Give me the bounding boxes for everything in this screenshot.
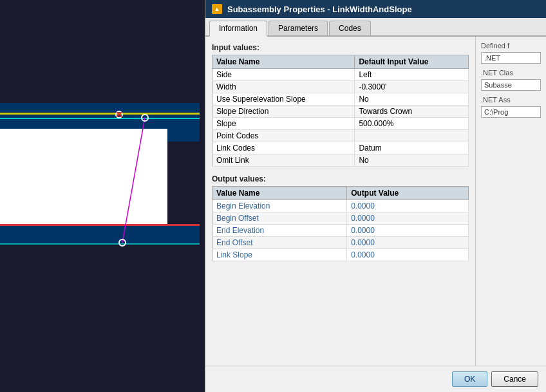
input-values-section: Input values: Value Name Default Input V… — [212, 43, 469, 167]
tab-codes[interactable]: Codes — [329, 21, 371, 35]
input-row-name: Side — [212, 69, 355, 81]
table-row: End Elevation0.0000 — [212, 225, 469, 237]
dialog-title: Subassembly Properties - LinkWidthAndSlo… — [227, 5, 412, 14]
svg-point-3 — [119, 161, 126, 167]
net-class-value: Subasse — [481, 79, 541, 91]
canvas-area — [0, 0, 205, 392]
output-row-name: Begin Elevation — [212, 200, 347, 212]
output-values-table: Value Name Output Value Begin Elevation0… — [212, 186, 469, 261]
input-row-value: No — [355, 93, 469, 106]
output-row-value: 0.0000 — [347, 200, 469, 212]
output-row-name: End Offset — [212, 237, 347, 249]
output-col-value: Output Value — [347, 187, 469, 200]
input-row-value — [355, 130, 469, 142]
input-col-value: Default Input Value — [355, 55, 469, 69]
ok-button[interactable]: OK — [452, 371, 487, 387]
tab-parameters[interactable]: Parameters — [268, 21, 328, 35]
table-row: Begin Elevation0.0000 — [212, 200, 469, 212]
app-icon: ▲ — [212, 4, 222, 14]
input-row-value: Datum — [355, 142, 469, 154]
input-row-value: 500.000% — [355, 118, 469, 130]
button-bar: OK Cance — [205, 366, 546, 392]
net-class-label: .NET Clas — [481, 69, 541, 77]
svg-line-0 — [122, 118, 145, 243]
input-row-name: Point Codes — [212, 130, 355, 142]
dialog: ▲ Subassembly Properties - LinkWidthAndS… — [205, 0, 546, 392]
table-row: Use Superelevation SlopeNo — [212, 93, 469, 106]
output-row-value: 0.0000 — [347, 225, 469, 237]
input-values-title: Input values: — [212, 43, 469, 52]
input-col-name: Value Name — [212, 55, 355, 69]
left-panel: Input values: Value Name Default Input V… — [205, 37, 475, 366]
cancel-button[interactable]: Cance — [491, 371, 538, 387]
table-row: End Offset0.0000 — [212, 237, 469, 249]
input-row-name: Slope — [212, 118, 355, 130]
net-ass-value: C:\Prog — [481, 106, 541, 118]
table-row: Link CodesDatum — [212, 142, 469, 154]
table-row: Omit LinkNo — [212, 154, 469, 167]
output-values-title: Output values: — [212, 174, 469, 183]
tab-information[interactable]: Information — [209, 21, 267, 37]
input-row-name: Use Superelevation Slope — [212, 93, 355, 106]
input-row-name: Omit Link — [212, 154, 355, 167]
canvas-svg — [0, 0, 200, 392]
table-row: SideLeft — [212, 69, 469, 81]
table-row: Point Codes — [212, 130, 469, 142]
content-area: Input values: Value Name Default Input V… — [205, 37, 546, 366]
output-row-value: 0.0000 — [347, 249, 469, 261]
input-row-value: -0.3000' — [355, 81, 469, 93]
output-col-name: Value Name — [212, 187, 347, 200]
table-row: Link Slope0.0000 — [212, 249, 469, 261]
tab-bar: Information Parameters Codes — [205, 18, 546, 37]
right-panel: Defined f .NET .NET Clas Subasse .NET As… — [475, 37, 546, 366]
input-row-name: Link Codes — [212, 142, 355, 154]
net-ass-label: .NET Ass — [481, 96, 541, 104]
defined-for-label: Defined f — [481, 42, 541, 50]
input-row-value: No — [355, 154, 469, 167]
title-bar: ▲ Subassembly Properties - LinkWidthAndS… — [205, 0, 546, 18]
table-row: Width-0.3000' — [212, 81, 469, 93]
output-row-value: 0.0000 — [347, 212, 469, 225]
input-row-name: Width — [212, 81, 355, 93]
input-row-name: Slope Direction — [212, 106, 355, 118]
output-row-name: Begin Offset — [212, 212, 347, 225]
input-row-value: Towards Crown — [355, 106, 469, 118]
table-row: Slope DirectionTowards Crown — [212, 106, 469, 118]
output-row-name: Link Slope — [212, 249, 347, 261]
input-row-value: Left — [355, 69, 469, 81]
defined-for-value: .NET — [481, 52, 541, 64]
table-row: Slope500.000% — [212, 118, 469, 130]
table-row: Begin Offset0.0000 — [212, 212, 469, 225]
output-row-value: 0.0000 — [347, 237, 469, 249]
input-values-table: Value Name Default Input Value SideLeftW… — [212, 55, 469, 167]
output-row-name: End Elevation — [212, 225, 347, 237]
output-values-section: Output values: Value Name Output Value B… — [212, 174, 469, 261]
